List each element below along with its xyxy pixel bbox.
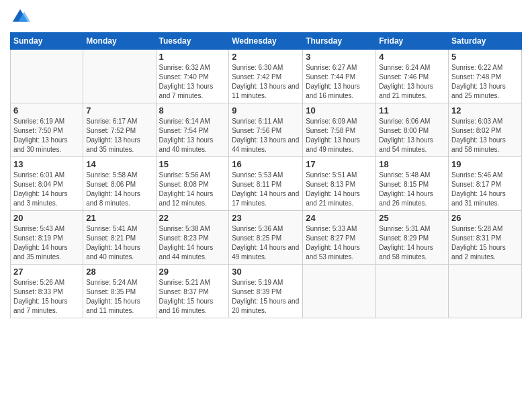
day-info: Sunrise: 5:41 AMSunset: 8:21 PMDaylight:…	[86, 224, 152, 262]
calendar-day-cell: 30Sunrise: 5:19 AMSunset: 8:39 PMDayligh…	[229, 265, 303, 318]
day-info: Sunrise: 5:43 AMSunset: 8:19 PMDaylight:…	[13, 224, 80, 262]
day-info: Sunrise: 6:22 AMSunset: 7:48 PMDaylight:…	[451, 63, 519, 101]
calendar-day-cell: 7Sunrise: 6:17 AMSunset: 7:52 PMDaylight…	[83, 103, 156, 157]
weekday-header: Monday	[83, 33, 156, 50]
day-info: Sunrise: 6:09 AMSunset: 7:58 PMDaylight:…	[306, 117, 373, 154]
day-info: Sunrise: 6:19 AMSunset: 7:50 PMDaylight:…	[13, 117, 80, 154]
calendar-week-row: 20Sunrise: 5:43 AMSunset: 8:19 PMDayligh…	[11, 211, 522, 265]
day-info: Sunrise: 5:31 AMSunset: 8:29 PMDaylight:…	[379, 224, 445, 262]
day-number: 20	[13, 213, 80, 223]
weekday-header: Wednesday	[229, 33, 303, 50]
calendar-day-cell	[449, 265, 522, 318]
day-info: Sunrise: 5:24 AMSunset: 8:35 PMDaylight:…	[86, 278, 152, 316]
day-number: 24	[306, 213, 373, 223]
day-number: 26	[451, 213, 519, 223]
logo-icon	[10, 7, 30, 27]
day-number: 12	[451, 105, 519, 116]
day-info: Sunrise: 5:28 AMSunset: 8:31 PMDaylight:…	[451, 224, 519, 262]
calendar-day-cell: 26Sunrise: 5:28 AMSunset: 8:31 PMDayligh…	[449, 211, 522, 265]
day-number: 1	[159, 52, 226, 62]
weekday-header: Friday	[376, 33, 449, 50]
calendar-week-row: 6Sunrise: 6:19 AMSunset: 7:50 PMDaylight…	[11, 103, 522, 157]
day-info: Sunrise: 5:46 AMSunset: 8:17 PMDaylight:…	[451, 171, 519, 208]
calendar-day-cell: 8Sunrise: 6:14 AMSunset: 7:54 PMDaylight…	[156, 103, 229, 157]
calendar-day-cell: 18Sunrise: 5:48 AMSunset: 8:15 PMDayligh…	[376, 157, 449, 211]
day-number: 27	[13, 267, 80, 277]
calendar-day-cell: 14Sunrise: 5:58 AMSunset: 8:06 PMDayligh…	[83, 157, 156, 211]
calendar-day-cell: 24Sunrise: 5:33 AMSunset: 8:27 PMDayligh…	[303, 211, 376, 265]
day-info: Sunrise: 5:56 AMSunset: 8:08 PMDaylight:…	[159, 171, 226, 208]
day-number: 22	[159, 213, 226, 223]
calendar-day-cell: 17Sunrise: 5:51 AMSunset: 8:13 PMDayligh…	[303, 157, 376, 211]
day-number: 3	[306, 52, 373, 62]
calendar-day-cell	[83, 50, 156, 103]
calendar-day-cell: 19Sunrise: 5:46 AMSunset: 8:17 PMDayligh…	[449, 157, 522, 211]
day-number: 17	[306, 159, 373, 169]
day-info: Sunrise: 5:33 AMSunset: 8:27 PMDaylight:…	[306, 224, 373, 262]
calendar-day-cell: 15Sunrise: 5:56 AMSunset: 8:08 PMDayligh…	[156, 157, 229, 211]
calendar-day-cell: 2Sunrise: 6:30 AMSunset: 7:42 PMDaylight…	[229, 50, 303, 103]
weekday-header: Sunday	[11, 33, 83, 50]
day-number: 6	[13, 105, 80, 116]
day-info: Sunrise: 6:32 AMSunset: 7:40 PMDaylight:…	[159, 63, 226, 101]
day-number: 25	[379, 213, 445, 223]
day-info: Sunrise: 5:26 AMSunset: 8:33 PMDaylight:…	[13, 278, 80, 316]
day-number: 2	[232, 52, 300, 62]
day-number: 11	[379, 105, 445, 116]
page: SundayMondayTuesdayWednesdayThursdayFrid…	[0, 0, 532, 411]
calendar-day-cell: 1Sunrise: 6:32 AMSunset: 7:40 PMDaylight…	[156, 50, 229, 103]
day-number: 4	[379, 52, 445, 62]
weekday-header: Tuesday	[156, 33, 229, 50]
day-number: 28	[86, 267, 152, 277]
calendar-day-cell: 28Sunrise: 5:24 AMSunset: 8:35 PMDayligh…	[83, 265, 156, 318]
day-number: 18	[379, 159, 445, 169]
calendar-day-cell: 23Sunrise: 5:36 AMSunset: 8:25 PMDayligh…	[229, 211, 303, 265]
calendar-day-cell: 5Sunrise: 6:22 AMSunset: 7:48 PMDaylight…	[449, 50, 522, 103]
day-number: 30	[232, 267, 300, 277]
calendar-day-cell: 11Sunrise: 6:06 AMSunset: 8:00 PMDayligh…	[376, 103, 449, 157]
day-number: 16	[232, 159, 300, 169]
calendar-day-cell: 20Sunrise: 5:43 AMSunset: 8:19 PMDayligh…	[11, 211, 83, 265]
day-number: 8	[159, 105, 226, 116]
calendar-week-row: 1Sunrise: 6:32 AMSunset: 7:40 PMDaylight…	[11, 50, 522, 103]
day-number: 29	[159, 267, 226, 277]
day-info: Sunrise: 5:21 AMSunset: 8:37 PMDaylight:…	[159, 278, 226, 316]
day-info: Sunrise: 6:06 AMSunset: 8:00 PMDaylight:…	[379, 117, 445, 154]
day-number: 23	[232, 213, 300, 223]
calendar-day-cell: 25Sunrise: 5:31 AMSunset: 8:29 PMDayligh…	[376, 211, 449, 265]
day-info: Sunrise: 5:58 AMSunset: 8:06 PMDaylight:…	[86, 171, 152, 208]
day-info: Sunrise: 6:01 AMSunset: 8:04 PMDaylight:…	[13, 171, 80, 208]
day-number: 9	[232, 105, 300, 116]
calendar-week-row: 27Sunrise: 5:26 AMSunset: 8:33 PMDayligh…	[11, 265, 522, 318]
logo	[10, 7, 33, 27]
weekday-header: Thursday	[303, 33, 376, 50]
day-info: Sunrise: 5:51 AMSunset: 8:13 PMDaylight:…	[306, 171, 373, 208]
header-row: SundayMondayTuesdayWednesdayThursdayFrid…	[11, 33, 522, 50]
header	[10, 7, 522, 27]
calendar-table: SundayMondayTuesdayWednesdayThursdayFrid…	[10, 32, 522, 318]
day-info: Sunrise: 6:17 AMSunset: 7:52 PMDaylight:…	[86, 117, 152, 154]
calendar-day-cell	[11, 50, 83, 103]
day-number: 21	[86, 213, 152, 223]
calendar-day-cell: 22Sunrise: 5:38 AMSunset: 8:23 PMDayligh…	[156, 211, 229, 265]
calendar-day-cell: 16Sunrise: 5:53 AMSunset: 8:11 PMDayligh…	[229, 157, 303, 211]
day-number: 5	[451, 52, 519, 62]
day-number: 15	[159, 159, 226, 169]
day-info: Sunrise: 5:53 AMSunset: 8:11 PMDaylight:…	[232, 171, 300, 208]
day-number: 14	[86, 159, 152, 169]
day-info: Sunrise: 6:03 AMSunset: 8:02 PMDaylight:…	[451, 117, 519, 154]
day-number: 13	[13, 159, 80, 169]
day-info: Sunrise: 6:14 AMSunset: 7:54 PMDaylight:…	[159, 117, 226, 154]
calendar-day-cell	[303, 265, 376, 318]
calendar-day-cell: 29Sunrise: 5:21 AMSunset: 8:37 PMDayligh…	[156, 265, 229, 318]
calendar-day-cell: 6Sunrise: 6:19 AMSunset: 7:50 PMDaylight…	[11, 103, 83, 157]
day-info: Sunrise: 6:11 AMSunset: 7:56 PMDaylight:…	[232, 117, 300, 154]
day-info: Sunrise: 6:24 AMSunset: 7:46 PMDaylight:…	[379, 63, 445, 101]
calendar-week-row: 13Sunrise: 6:01 AMSunset: 8:04 PMDayligh…	[11, 157, 522, 211]
day-info: Sunrise: 5:36 AMSunset: 8:25 PMDaylight:…	[232, 224, 300, 262]
day-number: 19	[451, 159, 519, 169]
day-number: 10	[306, 105, 373, 116]
day-number: 7	[86, 105, 152, 116]
calendar-day-cell: 3Sunrise: 6:27 AMSunset: 7:44 PMDaylight…	[303, 50, 376, 103]
day-info: Sunrise: 5:38 AMSunset: 8:23 PMDaylight:…	[159, 224, 226, 262]
